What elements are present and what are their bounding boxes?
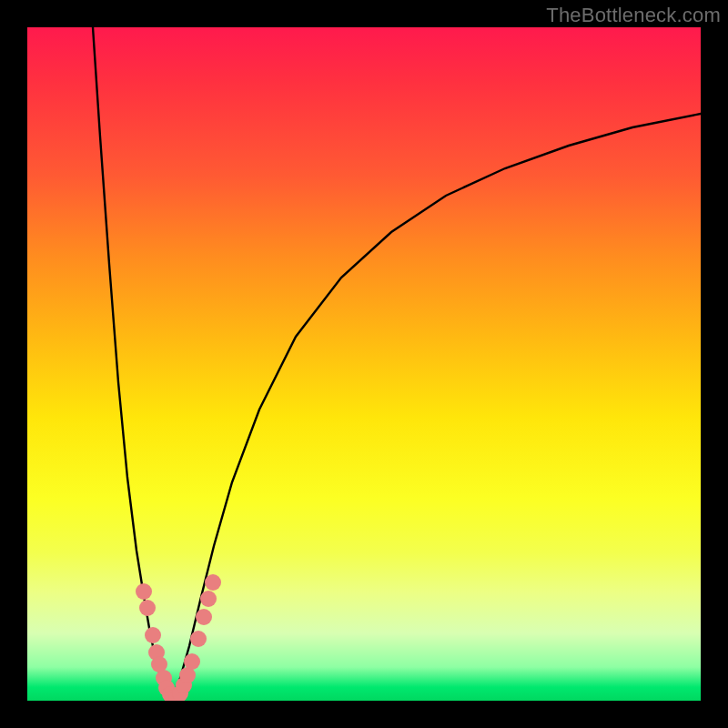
data-marker — [145, 627, 161, 643]
watermark-text: TheBottleneck.com — [546, 4, 721, 27]
data-marker — [136, 583, 152, 600]
data-marker — [184, 653, 200, 670]
plot-area — [27, 27, 701, 701]
chart-stage: TheBottleneck.com — [0, 0, 728, 728]
curve-right-branch — [173, 114, 701, 701]
curves-layer — [27, 27, 701, 701]
marker-group — [136, 574, 221, 701]
curve-left-branch — [93, 27, 173, 701]
data-marker — [139, 600, 156, 616]
data-marker — [200, 591, 217, 607]
data-marker — [205, 574, 221, 591]
data-marker — [190, 631, 207, 647]
data-marker — [196, 609, 212, 625]
